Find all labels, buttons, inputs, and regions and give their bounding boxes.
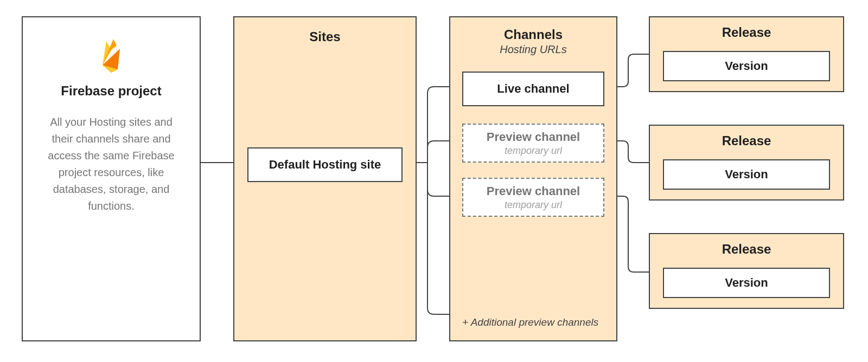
release-3-version-label: Version [725,276,768,290]
firebase-project-box: Firebase project All your Hosting sites … [22,16,201,341]
release-3-title: Release [650,242,843,257]
preview-channel-1-sub: temporary url [505,145,562,157]
preview-channel-2-label: Preview channel [487,184,580,198]
firebase-project-description: All your Hosting sites and their channel… [38,114,184,215]
preview-channel-1-box: Preview channel temporary url [462,124,604,163]
release-1-version-label: Version [725,59,768,73]
default-hosting-site-label: Default Hosting site [269,158,381,172]
release-box-2: Release Version [649,125,844,201]
additional-preview-channels-label: + Additional preview channels [462,316,604,328]
channels-title: Channels [450,27,616,42]
firebase-project-title: Firebase project [38,83,184,99]
channels-subtitle: Hosting URLs [450,43,616,56]
release-2-version-label: Version [725,167,768,182]
live-channel-box: Live channel [462,72,604,106]
release-box-3: Release Version [649,233,844,309]
release-box-1: Release Version [649,16,844,92]
default-hosting-site-box: Default Hosting site [247,147,403,182]
preview-channel-1-label: Preview channel [487,130,580,144]
release-1-version-box: Version [663,51,830,81]
sites-box: Sites Default Hosting site [233,16,417,341]
live-channel-label: Live channel [497,82,569,96]
sites-title: Sites [234,29,416,44]
release-3-version-box: Version [663,268,830,298]
preview-channel-2-box: Preview channel temporary url [462,178,604,217]
release-2-title: Release [650,133,843,148]
release-2-version-box: Version [663,159,830,190]
preview-channel-2-sub: temporary url [505,199,562,211]
firebase-logo-icon [98,38,124,74]
release-1-title: Release [650,25,843,40]
channels-box: Channels Hosting URLs Live channel Previ… [449,16,617,341]
